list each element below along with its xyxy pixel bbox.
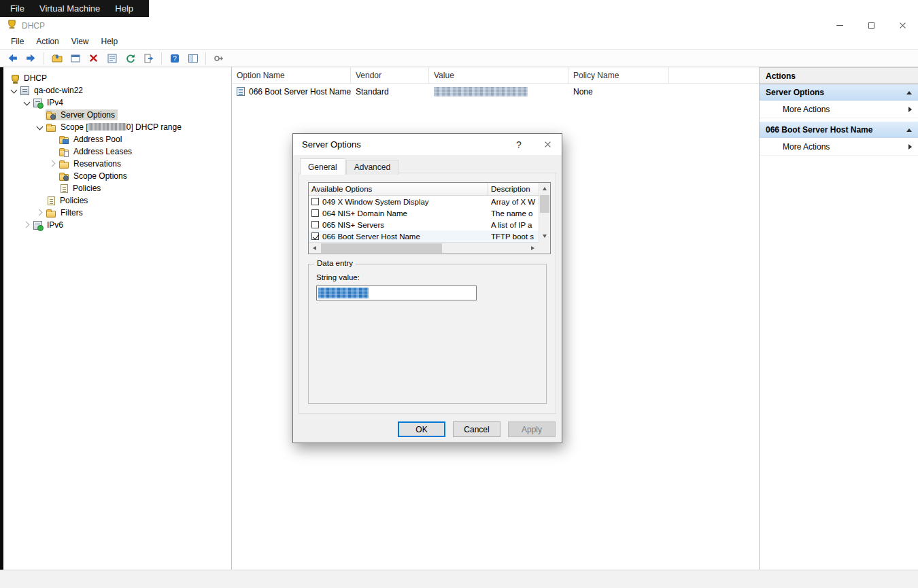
refresh-button[interactable] bbox=[122, 51, 138, 66]
status-bar bbox=[0, 570, 918, 588]
ok-button[interactable]: OK bbox=[398, 421, 445, 437]
actions-pane-title: Actions bbox=[760, 68, 918, 84]
vm-menu-virtual-machine[interactable]: Virtual Machine bbox=[32, 0, 107, 17]
up-one-level-button[interactable] bbox=[49, 51, 65, 66]
more-actions-066[interactable]: More Actions bbox=[760, 139, 918, 156]
column-header-available-options[interactable]: Available Options bbox=[309, 183, 488, 195]
policy-name-cell: None bbox=[568, 87, 669, 97]
back-button[interactable] bbox=[5, 51, 20, 66]
string-value-input[interactable] bbox=[316, 286, 477, 300]
menu-help[interactable]: Help bbox=[95, 37, 124, 46]
close-icon bbox=[899, 22, 906, 29]
delete-button[interactable] bbox=[86, 51, 101, 66]
option-row-049[interactable]: 049 X Window System Display Array of X W bbox=[309, 196, 539, 207]
column-header-filler bbox=[669, 67, 759, 83]
scroll-right-button[interactable] bbox=[527, 243, 539, 254]
collapse-icon[interactable] bbox=[906, 91, 912, 94]
chevron-right-icon[interactable] bbox=[35, 207, 46, 218]
minimize-button[interactable] bbox=[824, 17, 855, 34]
scrollbar-corner bbox=[539, 242, 550, 254]
ipv6-icon bbox=[33, 221, 42, 230]
option-name: 049 X Window System Display bbox=[322, 198, 429, 206]
tree-item-address-pool[interactable]: Address Pool bbox=[3, 133, 231, 145]
menu-action[interactable]: Action bbox=[30, 37, 65, 46]
tree-item-filters[interactable]: Filters bbox=[3, 207, 231, 219]
dhcp-app-icon bbox=[7, 19, 17, 32]
menu-file[interactable]: File bbox=[5, 37, 30, 46]
tree-item-ipv6[interactable]: IPv6 bbox=[3, 219, 231, 231]
server-icon bbox=[20, 86, 29, 95]
chevron-down-icon[interactable] bbox=[9, 85, 20, 96]
chevron-right-icon[interactable] bbox=[22, 220, 33, 230]
configure-button[interactable] bbox=[211, 51, 226, 66]
vm-menu-help[interactable]: Help bbox=[107, 0, 141, 17]
tab-general[interactable]: General bbox=[300, 158, 345, 175]
chevron-down-icon[interactable] bbox=[22, 97, 33, 108]
checkbox-unchecked[interactable] bbox=[311, 198, 319, 205]
arrow-down-icon bbox=[543, 235, 547, 238]
properties-button[interactable] bbox=[104, 51, 120, 66]
tree-item-address-leases[interactable]: Address Leases bbox=[3, 145, 231, 158]
tab-advanced[interactable]: Advanced bbox=[346, 160, 398, 175]
option-row-065[interactable]: 065 NIS+ Servers A list of IP a bbox=[309, 219, 539, 230]
menu-view[interactable]: View bbox=[65, 37, 95, 46]
column-header-option-name[interactable]: Option Name bbox=[232, 67, 351, 83]
close-icon bbox=[544, 141, 551, 148]
tree-label: Scope Options bbox=[73, 171, 127, 181]
chevron-right-icon[interactable] bbox=[48, 158, 58, 169]
tree-item-policies[interactable]: Policies bbox=[3, 194, 231, 207]
actions-pane: Actions Server Options More Actions 066 … bbox=[760, 67, 918, 570]
forward-button[interactable] bbox=[23, 51, 39, 66]
checkbox-unchecked[interactable] bbox=[311, 221, 319, 228]
checkbox-checked[interactable] bbox=[311, 232, 319, 240]
option-description: A list of IP a bbox=[488, 221, 539, 229]
tree-item-scope[interactable]: Scope [0] DHCP range bbox=[3, 121, 231, 133]
tree-item-reservations[interactable]: Reservations bbox=[3, 158, 231, 170]
cancel-button[interactable]: Cancel bbox=[453, 421, 500, 437]
horizontal-scrollbar[interactable] bbox=[309, 242, 539, 254]
vm-menu-file[interactable]: File bbox=[3, 0, 32, 17]
vm-console-bar: File Virtual Machine Help bbox=[0, 0, 918, 17]
list-row-066-boot-server[interactable]: 066 Boot Server Host Name Standard None bbox=[232, 84, 759, 99]
tree-item-dhcp-root[interactable]: DHCP bbox=[3, 72, 231, 84]
option-row-064[interactable]: 064 NIS+ Domain Name The name o bbox=[309, 207, 539, 219]
scroll-down-button[interactable] bbox=[539, 230, 550, 242]
scroll-left-button[interactable] bbox=[309, 243, 320, 254]
refresh-icon bbox=[125, 53, 136, 64]
vm-menubar: File Virtual Machine Help bbox=[0, 0, 149, 17]
column-header-value[interactable]: Value bbox=[429, 67, 568, 83]
vertical-scrollbar[interactable] bbox=[539, 183, 550, 242]
tree-item-scope-policies[interactable]: Policies bbox=[3, 182, 231, 194]
export-list-button[interactable] bbox=[141, 51, 156, 66]
column-header-vendor[interactable]: Vendor bbox=[351, 67, 429, 83]
column-header-description[interactable]: Description bbox=[488, 183, 539, 195]
actions-section-server-options[interactable]: Server Options bbox=[760, 84, 918, 101]
more-actions-server-options[interactable]: More Actions bbox=[760, 101, 918, 118]
scrollbar-thumb[interactable] bbox=[321, 243, 442, 253]
tree-item-scope-options[interactable]: Scope Options bbox=[3, 170, 231, 182]
tree-item-server-options[interactable]: Server Options bbox=[3, 109, 231, 121]
dialog-close-button[interactable] bbox=[533, 134, 562, 155]
maximize-button[interactable] bbox=[855, 17, 887, 34]
scrollbar-thumb[interactable] bbox=[540, 195, 549, 213]
close-button[interactable] bbox=[887, 17, 918, 34]
actions-section-066[interactable]: 066 Boot Server Host Name bbox=[760, 122, 918, 139]
column-header-policy-name[interactable]: Policy Name bbox=[568, 67, 669, 83]
option-name-cell: 066 Boot Server Host Name bbox=[249, 87, 351, 97]
dialog-help-button[interactable]: ? bbox=[505, 134, 533, 155]
server-options-icon bbox=[46, 113, 56, 120]
option-row-066[interactable]: 066 Boot Server Host Name TFTP boot s bbox=[309, 230, 539, 242]
show-hide-console-tree-button[interactable] bbox=[185, 51, 201, 66]
chevron-down-icon[interactable] bbox=[35, 122, 46, 133]
console-window-button[interactable] bbox=[67, 51, 83, 66]
vendor-cell: Standard bbox=[351, 87, 429, 97]
apply-button[interactable]: Apply bbox=[508, 421, 556, 437]
checkbox-unchecked[interactable] bbox=[311, 209, 319, 217]
scroll-up-button[interactable] bbox=[539, 183, 550, 194]
tree-label: Address Pool bbox=[73, 135, 122, 144]
help-button[interactable]: ? bbox=[167, 51, 182, 66]
dialog-titlebar[interactable]: Server Options ? bbox=[293, 134, 562, 155]
tree-item-server[interactable]: qa-odc-win22 bbox=[3, 84, 231, 97]
collapse-icon[interactable] bbox=[906, 128, 912, 132]
tree-item-ipv4[interactable]: IPv4 bbox=[3, 97, 231, 109]
